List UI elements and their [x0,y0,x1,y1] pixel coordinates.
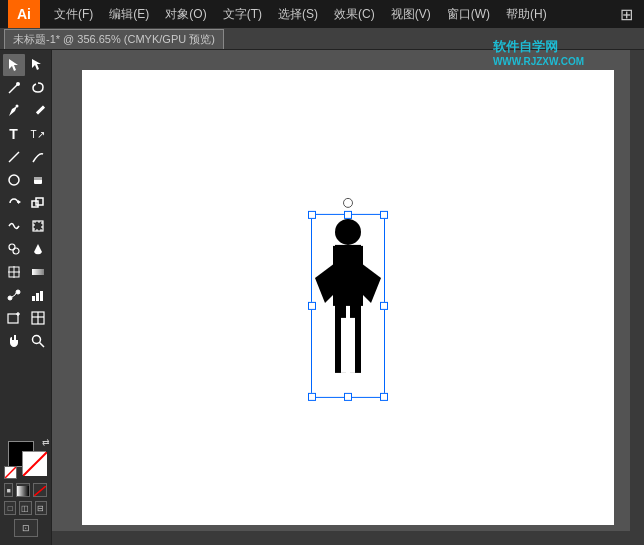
svg-line-6 [9,152,19,162]
drawing-mode-row: □ ◫ ⊟ [4,501,47,515]
column-chart-tool[interactable] [27,284,49,306]
svg-marker-42 [315,262,335,302]
inside-mode-button[interactable]: ⊟ [35,501,47,515]
tool-row-line [2,146,49,168]
swap-colors-icon[interactable]: ⇄ [42,437,50,447]
ai-logo: Ai [8,0,40,28]
ellipse-tool[interactable] [3,169,25,191]
menu-window[interactable]: 窗口(W) [439,2,498,27]
svg-point-3 [16,82,20,86]
menu-file[interactable]: 文件(F) [46,2,101,27]
stroke-color-box[interactable] [22,451,46,475]
paintbucket-tool[interactable] [27,238,49,260]
scale-tool[interactable] [27,192,49,214]
menu-effect[interactable]: 效果(C) [326,2,383,27]
eraser-tool[interactable] [27,169,49,191]
arc-tool[interactable] [27,146,49,168]
svg-marker-10 [18,200,21,204]
tool-row-type: T T↗ [2,123,49,145]
svg-line-33 [39,343,44,348]
screen-mode-button[interactable]: ⊡ [14,519,38,537]
svg-rect-11 [32,201,38,207]
mode-row: ■ [4,483,47,497]
svg-marker-0 [9,59,18,71]
none-mode-button[interactable] [33,483,47,497]
bottom-scrollbar[interactable] [52,531,644,545]
svg-marker-1 [32,59,41,70]
handle-tr[interactable] [380,210,388,218]
tool-row-artboard [2,307,49,329]
tool-row-warp [2,215,49,237]
pen-tool[interactable] [3,100,25,122]
tool-row-blend [2,284,49,306]
svg-point-7 [9,175,19,185]
svg-rect-5 [35,105,44,114]
right-scrollbar[interactable] [630,50,644,531]
mesh-tool[interactable] [3,261,25,283]
magic-wand-tool[interactable] [3,77,25,99]
handle-br[interactable] [380,392,388,400]
handle-bl[interactable] [308,392,316,400]
menu-help[interactable]: 帮助(H) [498,2,555,27]
none-color-icon[interactable] [4,466,17,479]
svg-marker-43 [361,262,381,302]
type-tool[interactable]: T [3,123,25,145]
pencil-tool[interactable] [27,100,49,122]
tool-row-transform [2,192,49,214]
tool-row-shape [2,169,49,191]
handle-mr[interactable] [380,301,388,309]
free-transform-tool[interactable] [27,215,49,237]
blend-tool[interactable] [3,284,25,306]
svg-rect-46 [341,317,347,372]
svg-rect-23 [32,296,35,301]
svg-rect-24 [36,293,39,301]
touch-type-tool[interactable]: T↗ [27,123,49,145]
menu-view[interactable]: 视图(V) [383,2,439,27]
tool-row-select [2,54,49,76]
svg-rect-9 [34,177,42,180]
zoom-tool[interactable] [27,330,49,352]
svg-point-22 [16,290,20,294]
select-tool[interactable] [3,54,25,76]
artboard-tool[interactable] [3,307,25,329]
svg-line-36 [5,467,16,478]
svg-rect-25 [40,291,43,301]
handle-bc[interactable] [344,392,352,400]
svg-rect-41 [335,244,361,302]
direct-select-tool[interactable] [27,54,49,76]
workspace-switcher[interactable]: ⊞ [616,4,636,24]
toolbar: T T↗ [0,50,52,545]
main-layout: T T↗ [0,50,644,545]
shape-builder-tool[interactable] [3,238,25,260]
svg-rect-37 [17,486,29,496]
gradient-tool[interactable] [27,261,49,283]
svg-point-16 [13,248,19,254]
lasso-tool[interactable] [27,77,49,99]
svg-rect-47 [349,317,355,372]
normal-mode-button[interactable]: □ [4,501,16,515]
svg-point-39 [335,218,361,244]
tool-row-view [2,330,49,352]
tool-row-build [2,238,49,260]
line-tool[interactable] [3,146,25,168]
menu-object[interactable]: 对象(O) [157,2,214,27]
svg-rect-20 [32,269,44,275]
slice-tool[interactable] [27,307,49,329]
gradient-mode-button[interactable] [16,483,30,497]
canvas-paper [82,70,614,525]
svg-line-2 [9,85,17,93]
menu-type[interactable]: 文字(T) [215,2,270,27]
document-tab[interactable]: 未标题-1* @ 356.65% (CMYK/GPU 预览) [4,29,224,49]
color-mode-button[interactable]: ■ [4,483,13,497]
canvas-area[interactable] [52,50,644,545]
behind-mode-button[interactable]: ◫ [19,501,31,515]
rotate-tool[interactable] [3,192,25,214]
figure-container[interactable] [315,217,381,395]
tool-row-mesh [2,261,49,283]
menu-edit[interactable]: 编辑(E) [101,2,157,27]
handle-pivot[interactable] [343,197,353,207]
menu-select[interactable]: 选择(S) [270,2,326,27]
hand-tool[interactable] [3,330,25,352]
warp-tool[interactable] [3,215,25,237]
person-figure [315,217,381,393]
